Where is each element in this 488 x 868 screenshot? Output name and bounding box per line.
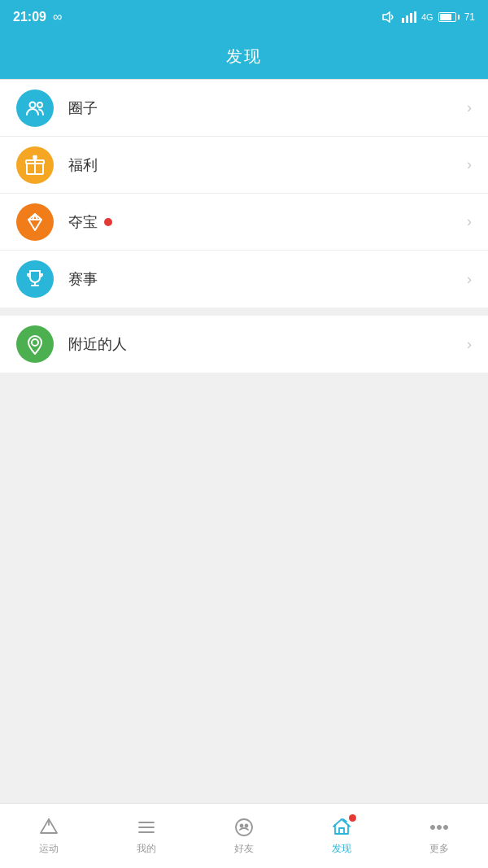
- fujin-chevron: ›: [467, 336, 472, 353]
- saishi-icon: [16, 260, 54, 298]
- nav-item-yundong[interactable]: 运动: [0, 804, 98, 868]
- wode-icon: [135, 816, 158, 839]
- gengduo-icon: [428, 816, 451, 839]
- svg-point-16: [32, 339, 38, 346]
- fujin-label: 附近的人: [68, 334, 467, 354]
- menu-group-2: 附近的人 ›: [0, 316, 488, 373]
- svg-point-7: [30, 102, 36, 107]
- wode-label: 我的: [137, 842, 156, 856]
- svg-point-26: [431, 826, 435, 830]
- fujin-icon: [16, 325, 54, 363]
- fuli-label: 福利: [68, 155, 467, 175]
- svg-rect-6: [414, 11, 416, 23]
- network-label: 4G: [421, 12, 434, 22]
- nav-item-faxian[interactable]: 发现: [293, 804, 390, 868]
- content-area: 圈子 › 福利 ›: [0, 80, 488, 868]
- section-divider: [0, 308, 488, 316]
- quanzi-icon: [16, 89, 54, 127]
- menu-item-quanzi[interactable]: 圈子 ›: [0, 80, 488, 137]
- fuli-chevron: ›: [467, 156, 472, 173]
- menu-item-fuli[interactable]: 福利 ›: [0, 137, 488, 194]
- nav-item-haoyou[interactable]: 好友: [195, 804, 293, 868]
- signal-bars-icon: [402, 11, 416, 23]
- svg-marker-12: [28, 214, 41, 230]
- menu-item-fujin[interactable]: 附近的人 ›: [0, 316, 488, 373]
- faxian-label: 发现: [332, 842, 351, 856]
- menu-item-duobao[interactable]: 夺宝 ›: [0, 194, 488, 251]
- svg-point-8: [37, 103, 42, 107]
- gengduo-label: 更多: [429, 842, 449, 856]
- duobao-icon: [16, 203, 54, 241]
- menu-group-1: 圈子 › 福利 ›: [0, 80, 488, 308]
- status-left: 21:09 ∞: [13, 10, 62, 24]
- quanzi-chevron: ›: [467, 99, 472, 116]
- saishi-chevron: ›: [467, 271, 472, 288]
- svg-rect-5: [410, 13, 412, 23]
- duobao-chevron: ›: [467, 213, 472, 230]
- svg-point-24: [246, 825, 248, 827]
- svg-line-2: [391, 17, 393, 20]
- nav-item-gengduo[interactable]: 更多: [390, 804, 488, 868]
- svg-point-22: [236, 819, 252, 835]
- signal-icon: ∞: [53, 10, 62, 24]
- status-bar: 21:09 ∞ 4G 71: [0, 0, 488, 34]
- duobao-label: 夺宝: [68, 212, 467, 232]
- faxian-icon: [330, 816, 353, 839]
- yundong-icon: [37, 816, 60, 839]
- faxian-notification-dot: [349, 814, 356, 822]
- haoyou-icon: [233, 816, 255, 839]
- status-right: 4G 71: [382, 11, 475, 23]
- quanzi-label: 圈子: [68, 98, 467, 118]
- battery-icon: [438, 12, 460, 22]
- fuli-icon: [16, 146, 54, 184]
- svg-point-27: [438, 826, 442, 830]
- svg-rect-3: [402, 18, 404, 23]
- status-time: 21:09: [13, 10, 46, 24]
- menu-item-saishi[interactable]: 赛事 ›: [0, 251, 488, 308]
- page-title: 发现: [226, 46, 262, 68]
- nav-item-wode[interactable]: 我的: [98, 804, 195, 868]
- battery-level: 71: [464, 11, 475, 23]
- svg-line-1: [391, 15, 393, 17]
- saishi-label: 赛事: [68, 269, 467, 289]
- duobao-notification-dot: [104, 218, 112, 226]
- svg-point-28: [444, 826, 448, 830]
- volume-icon: [382, 11, 397, 23]
- bottom-navigation: 运动 我的 好友: [0, 803, 488, 868]
- haoyou-label: 好友: [234, 842, 254, 856]
- svg-marker-0: [383, 12, 390, 22]
- yundong-label: 运动: [39, 842, 59, 856]
- svg-point-23: [241, 825, 243, 827]
- svg-rect-4: [406, 15, 408, 23]
- page-header: 发现: [0, 34, 488, 80]
